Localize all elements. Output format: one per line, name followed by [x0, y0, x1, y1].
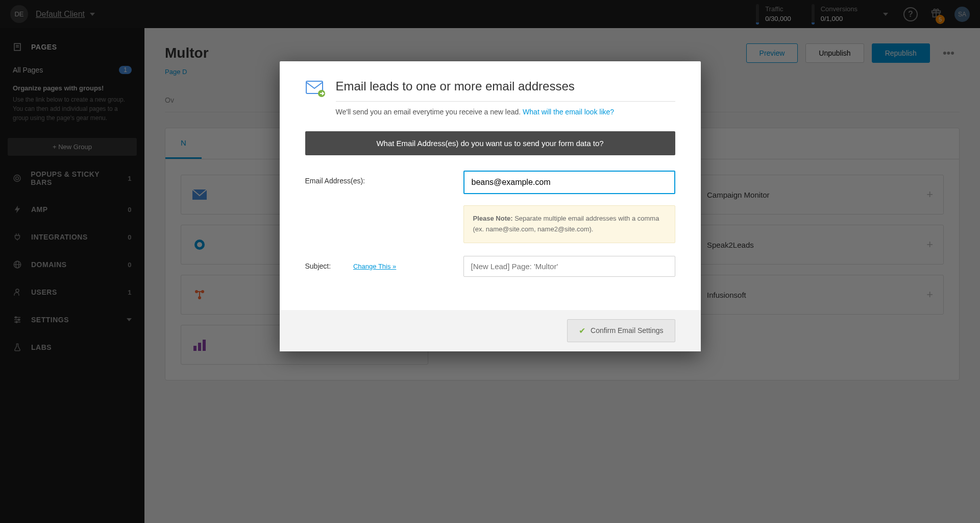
subject-input[interactable]: [463, 256, 675, 277]
email-address-input[interactable]: [463, 171, 675, 194]
email-note: Please Note: Separate multiple email add…: [463, 205, 675, 243]
modal-title: Email leads to one or more email address…: [336, 79, 675, 102]
email-preview-link[interactable]: What will the email look like?: [523, 108, 614, 116]
change-subject-link[interactable]: Change This »: [353, 263, 396, 270]
modal-subtitle: We'll send you an email everytime you re…: [336, 108, 675, 116]
confirm-btn-label: Confirm Email Settings: [591, 326, 663, 335]
modal-subtitle-text: We'll send you an email everytime you re…: [336, 108, 523, 116]
check-icon: ✔: [579, 326, 585, 336]
note-bold: Please Note:: [473, 215, 513, 222]
email-address-label: Email Address(es):: [305, 171, 448, 185]
email-leads-modal: Email leads to one or more email address…: [280, 61, 701, 351]
email-send-icon: [305, 79, 326, 99]
subject-label: Subject:: [305, 262, 331, 270]
modal-question: What Email Address(es) do you want us to…: [305, 131, 675, 155]
modal-overlay[interactable]: Email leads to one or more email address…: [0, 0, 980, 523]
confirm-email-settings-button[interactable]: ✔ Confirm Email Settings: [567, 319, 675, 342]
